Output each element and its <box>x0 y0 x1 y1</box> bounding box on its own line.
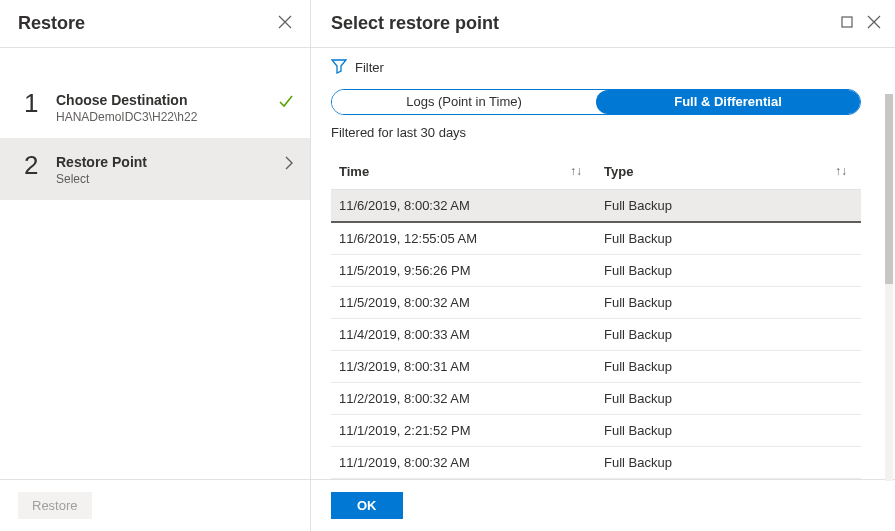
restore-point-content: Logs (Point in Time)Full & Differential … <box>311 85 895 479</box>
cell-time: 11/6/2019, 8:00:32 AM <box>331 190 596 223</box>
cell-type: Full Backup <box>596 287 861 319</box>
check-icon <box>278 90 294 110</box>
column-header-time[interactable]: Time ↑↓ <box>331 154 596 190</box>
table-row[interactable]: 11/6/2019, 8:00:32 AMFull Backup <box>331 190 861 223</box>
restore-title: Restore <box>18 13 85 34</box>
chevron-right-icon <box>284 152 294 170</box>
scrollbar[interactable] <box>885 94 893 481</box>
cell-type: Full Backup <box>596 447 861 479</box>
filter-icon <box>331 58 347 77</box>
tab-logs-point-in-time[interactable]: Logs (Point in Time) <box>332 90 596 114</box>
cell-type: Full Backup <box>596 190 861 223</box>
sort-icon: ↑↓ <box>835 164 847 178</box>
table-row[interactable]: 11/3/2019, 8:00:31 AMFull Backup <box>331 351 861 383</box>
restore-button[interactable]: Restore <box>18 492 92 519</box>
cell-time: 11/4/2019, 8:00:33 AM <box>331 319 596 351</box>
filter-button[interactable]: Filter <box>311 48 895 85</box>
table-row[interactable]: 11/1/2019, 8:00:32 AMFull Backup <box>331 447 861 479</box>
step-subtitle: Select <box>56 172 284 186</box>
close-icon[interactable] <box>274 11 296 37</box>
ok-button[interactable]: OK <box>331 492 403 519</box>
step-body: Choose DestinationHANADemoIDC3\H22\h22 <box>56 90 278 124</box>
cell-type: Full Backup <box>596 415 861 447</box>
wizard-step-1[interactable]: 1Choose DestinationHANADemoIDC3\H22\h22 <box>0 76 310 138</box>
backup-type-tabs: Logs (Point in Time)Full & Differential <box>331 89 861 115</box>
restore-header: Restore <box>0 0 310 48</box>
select-restore-point-title: Select restore point <box>331 13 499 34</box>
table-row[interactable]: 11/5/2019, 8:00:32 AMFull Backup <box>331 287 861 319</box>
step-title: Restore Point <box>56 154 284 170</box>
step-number: 1 <box>24 90 56 116</box>
step-number: 2 <box>24 152 56 178</box>
column-header-time-label: Time <box>339 164 369 179</box>
cell-type: Full Backup <box>596 319 861 351</box>
cell-type: Full Backup <box>596 255 861 287</box>
cell-time: 11/1/2019, 8:00:32 AM <box>331 447 596 479</box>
column-header-type[interactable]: Type ↑↓ <box>596 154 861 190</box>
select-restore-point-panel: Select restore point Filter Logs (Point … <box>311 0 895 531</box>
cell-type: Full Backup <box>596 222 861 255</box>
cell-time: 11/5/2019, 9:56:26 PM <box>331 255 596 287</box>
wizard-step-2[interactable]: 2Restore PointSelect <box>0 138 310 200</box>
table-row[interactable]: 11/1/2019, 2:21:52 PMFull Backup <box>331 415 861 447</box>
restore-wizard-panel: Restore 1Choose DestinationHANADemoIDC3\… <box>0 0 311 531</box>
cell-type: Full Backup <box>596 383 861 415</box>
svg-rect-0 <box>842 17 852 27</box>
filter-summary: Filtered for last 30 days <box>331 125 861 140</box>
sort-icon: ↑↓ <box>570 164 582 178</box>
cell-time: 11/6/2019, 12:55:05 AM <box>331 222 596 255</box>
cell-time: 11/3/2019, 8:00:31 AM <box>331 351 596 383</box>
table-row[interactable]: 11/2/2019, 8:00:32 AMFull Backup <box>331 383 861 415</box>
step-body: Restore PointSelect <box>56 152 284 186</box>
cell-time: 11/5/2019, 8:00:32 AM <box>331 287 596 319</box>
table-row[interactable]: 11/4/2019, 8:00:33 AMFull Backup <box>331 319 861 351</box>
column-header-type-label: Type <box>604 164 633 179</box>
select-restore-point-header: Select restore point <box>311 0 895 48</box>
select-restore-point-footer: OK <box>311 479 895 531</box>
table-row[interactable]: 11/6/2019, 12:55:05 AMFull Backup <box>331 222 861 255</box>
restore-footer: Restore <box>0 479 310 531</box>
window-controls <box>841 15 881 32</box>
scrollbar-thumb[interactable] <box>885 94 893 284</box>
maximize-icon[interactable] <box>841 16 853 31</box>
cell-type: Full Backup <box>596 351 861 383</box>
cell-time: 11/1/2019, 2:21:52 PM <box>331 415 596 447</box>
restore-points-table: Time ↑↓ Type ↑↓ 11/6/2019, 8:00:32 AMFul… <box>331 154 861 479</box>
tab-full-differential[interactable]: Full & Differential <box>596 90 860 114</box>
wizard-steps: 1Choose DestinationHANADemoIDC3\H22\h222… <box>0 48 310 479</box>
step-title: Choose Destination <box>56 92 278 108</box>
cell-time: 11/2/2019, 8:00:32 AM <box>331 383 596 415</box>
step-subtitle: HANADemoIDC3\H22\h22 <box>56 110 278 124</box>
filter-label: Filter <box>355 60 384 75</box>
close-icon[interactable] <box>867 15 881 32</box>
table-row[interactable]: 11/5/2019, 9:56:26 PMFull Backup <box>331 255 861 287</box>
